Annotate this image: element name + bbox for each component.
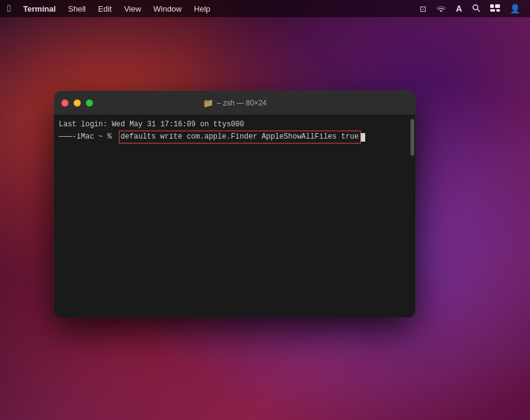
close-button[interactable] <box>61 99 69 107</box>
terminal-title: 📁 – zsh — 80×24 <box>203 98 267 108</box>
maximize-button[interactable] <box>86 99 93 107</box>
terminal-window: 📁 – zsh — 80×24 Last login: Wed May 31 1… <box>54 91 415 318</box>
svg-rect-2 <box>490 4 494 8</box>
svg-point-0 <box>473 5 478 10</box>
login-line: Last login: Wed May 31 17:16:09 on ttys0… <box>59 119 411 131</box>
menubar:  Terminal Shell Edit View Window Help ⊡… <box>0 0 530 17</box>
text-input-icon[interactable]: A <box>453 2 464 15</box>
menu-shell[interactable]: Shell <box>63 3 91 15</box>
menu-terminal[interactable]: Terminal <box>18 3 61 15</box>
menu-window[interactable]: Window <box>148 3 186 15</box>
wifi-icon[interactable] <box>434 3 449 15</box>
terminal-titlebar: 📁 – zsh — 80×24 <box>54 91 415 115</box>
cursor <box>361 133 365 142</box>
svg-line-1 <box>478 9 480 12</box>
terminal-title-text: – zsh — 80×24 <box>217 99 267 107</box>
menubar-right: ⊡ A 👤 <box>417 2 523 15</box>
svg-rect-3 <box>495 4 500 8</box>
terminal-prompt-line: ———-iMac ~ % defaults write com.apple.Fi… <box>59 131 411 143</box>
spotlight-icon[interactable] <box>469 2 483 15</box>
prompt-host: ———-iMac ~ % <box>59 131 112 143</box>
menu-help[interactable]: Help <box>189 3 216 15</box>
folder-icon: 📁 <box>203 98 213 108</box>
command-text: defaults write com.apple.Finder AppleSho… <box>119 131 361 143</box>
minimize-button[interactable] <box>74 99 81 107</box>
traffic-lights <box>61 99 93 107</box>
user-avatar-icon[interactable]: 👤 <box>507 2 523 15</box>
control-center-icon[interactable] <box>488 3 502 15</box>
display-icon[interactable]: ⊡ <box>417 3 429 15</box>
menu-view[interactable]: View <box>119 3 146 15</box>
menu-edit[interactable]: Edit <box>93 3 116 15</box>
apple-menu-icon[interactable]:  <box>7 3 11 14</box>
svg-rect-5 <box>496 9 500 12</box>
svg-rect-4 <box>490 9 495 12</box>
terminal-content[interactable]: Last login: Wed May 31 17:16:09 on ttys0… <box>54 115 415 318</box>
prompt-space <box>112 131 116 143</box>
scrollbar[interactable] <box>411 119 414 156</box>
menubar-left:  Terminal Shell Edit View Window Help <box>7 3 417 15</box>
